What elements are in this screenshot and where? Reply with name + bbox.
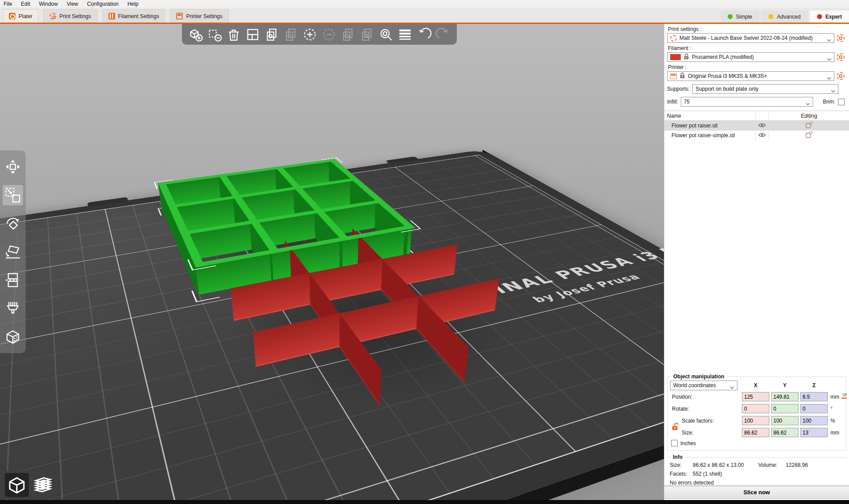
rotate-z-field[interactable] (800, 404, 828, 413)
x-axis-header: X (742, 382, 769, 389)
3d-viewport[interactable]: ORIGINAL PRUSA i3 MK3 by Josef Prusa (0, 24, 664, 503)
size-x-field[interactable] (742, 428, 769, 437)
coordinates-combo[interactable]: World coordinates (670, 381, 737, 390)
edit-filament-button[interactable] (837, 53, 845, 61)
cut-icon[interactable] (3, 270, 23, 290)
filament-color-swatch (670, 54, 681, 60)
copy-icon[interactable] (263, 26, 280, 43)
info-title: Info (671, 454, 685, 460)
brim-label: Brim: (823, 99, 835, 105)
chevron-down-icon (730, 384, 734, 387)
position-label: Position: (670, 394, 740, 400)
search-icon[interactable] (378, 26, 394, 43)
menu-window[interactable]: Window (39, 1, 58, 7)
object-name[interactable]: Flower pot raiser-simple.stl (664, 132, 755, 139)
menu-help[interactable]: Help (127, 1, 139, 7)
position-z-field[interactable] (800, 392, 828, 401)
undo-icon[interactable] (416, 26, 432, 43)
menu-edit[interactable]: Edit (21, 1, 30, 7)
mode-advanced-label: Advanced (777, 14, 800, 20)
3d-editor-view-icon[interactable] (5, 473, 29, 497)
printer-value: Original Prusa i3 MK3S & MK3S+ (688, 73, 824, 79)
inches-label: Inches (680, 440, 696, 446)
prusaslicer-window: File Edit Window View Configuration Help… (0, 0, 849, 504)
infill-combo[interactable]: 75 (681, 97, 813, 107)
rotate-x-field[interactable] (742, 404, 769, 413)
tab-printer-settings[interactable]: Printer Settings (170, 9, 228, 23)
edit-printer-button[interactable] (837, 72, 845, 80)
inches-checkbox[interactable] (671, 440, 678, 446)
position-y-field[interactable] (771, 392, 799, 401)
place-on-face-icon[interactable] (3, 242, 23, 262)
scale-x-field[interactable] (742, 416, 769, 425)
scale-y-field[interactable] (771, 416, 799, 425)
lock-icon (683, 54, 689, 61)
tab-print-settings[interactable]: Print Settings (43, 9, 97, 23)
scale-icon[interactable] (3, 185, 23, 205)
mode-expert-label: Expert (826, 14, 842, 20)
edit-cell (768, 131, 849, 140)
variable-layer-height-icon[interactable] (397, 26, 413, 43)
tab-plater[interactable]: Plater (3, 9, 39, 23)
paint-supports-icon[interactable] (3, 298, 23, 319)
mode-advanced[interactable]: Advanced (761, 11, 807, 23)
table-row[interactable]: Flower pot raiser-simple.stl (664, 131, 849, 140)
menu-configuration[interactable]: Configuration (87, 1, 119, 7)
mode-expert[interactable]: Expert (810, 11, 849, 23)
info-volume-value: 12288.96 (786, 462, 844, 468)
brim-checkbox[interactable] (838, 99, 845, 105)
drop-to-bed-icon[interactable] (841, 393, 847, 400)
rotate-icon[interactable] (3, 213, 23, 234)
print-settings-combo[interactable]: Matt Steele - Launch Base Swivel 2022-06… (667, 33, 834, 43)
delete-all-icon[interactable] (225, 26, 242, 43)
eye-icon[interactable] (758, 123, 766, 129)
scale-z-field[interactable] (800, 416, 828, 425)
filament-settings-icon (108, 13, 115, 19)
menu-file[interactable]: File (4, 1, 12, 7)
arrange-icon[interactable] (244, 26, 261, 43)
tab-filament-settings[interactable]: Filament Settings (102, 9, 166, 23)
supports-value: Support on build plate only (695, 86, 828, 92)
scale-unit: % (830, 418, 847, 424)
edit-print-settings-button[interactable] (837, 34, 845, 42)
split-to-parts-icon (359, 26, 375, 43)
mode-simple[interactable]: Simple (721, 11, 760, 23)
info-facets-value: 552 (1 shell) (693, 471, 758, 477)
move-icon[interactable] (3, 157, 23, 177)
edit-object-icon[interactable] (805, 121, 813, 130)
object-name[interactable]: Flower pot raiser.stl (664, 123, 755, 129)
status-text: No errors detected (670, 480, 844, 486)
menu-bar: File Edit Window View Configuration Help (0, 0, 849, 8)
info-volume-label: Volume: (758, 462, 786, 468)
mode-simple-label: Simple (736, 14, 753, 20)
edit-object-icon[interactable] (805, 131, 813, 140)
rotate-y-field[interactable] (771, 404, 799, 413)
paste-icon (282, 26, 299, 43)
size-y-field[interactable] (771, 428, 799, 437)
remove-object-icon[interactable] (206, 26, 223, 43)
preview-layers-view-icon[interactable] (31, 473, 55, 497)
uniform-scale-lock-icon[interactable] (671, 422, 679, 433)
menu-view[interactable]: View (67, 1, 78, 7)
add-object-icon[interactable] (187, 26, 204, 43)
supports-combo[interactable]: Support on build plate only (692, 84, 838, 94)
slice-now-button[interactable]: Slice now (664, 486, 849, 499)
add-instance-icon[interactable] (301, 26, 318, 43)
rotate-unit: ° (830, 406, 847, 412)
top-toolbar (182, 24, 457, 45)
filament-combo[interactable]: Prusament PLA (modified) (667, 52, 834, 62)
seam-icon[interactable] (3, 327, 23, 347)
size-z-field[interactable] (800, 428, 828, 437)
mode-switcher: Simple Advanced Expert (718, 11, 849, 23)
name-column-header: Name (664, 113, 755, 119)
eye-icon[interactable] (758, 132, 766, 139)
info-size-value: 86.62 x 86.62 x 13.00 (693, 462, 758, 468)
tab-bar: Plater Print Settings Filament Settings … (0, 8, 849, 24)
printer-combo[interactable]: Original Prusa i3 MK3S & MK3S+ (667, 71, 834, 81)
scale-factors-label: Scale factors: (670, 418, 740, 424)
infill-value: 75 (684, 99, 803, 105)
table-row[interactable]: Flower pot raiser.stl (664, 121, 849, 131)
eye-cell (755, 121, 768, 131)
object-manipulation-group: Object manipulation World coordinates X … (667, 377, 846, 451)
position-x-field[interactable] (742, 392, 769, 401)
